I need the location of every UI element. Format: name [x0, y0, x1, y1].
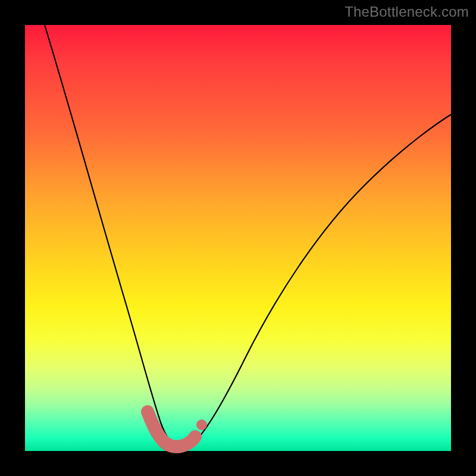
highlight-end-dot	[196, 419, 207, 430]
plot-area	[25, 25, 451, 451]
bottleneck-curve	[43, 19, 453, 447]
chart-frame: TheBottleneck.com	[0, 0, 476, 476]
highlight-segment	[148, 412, 195, 447]
chart-svg	[25, 25, 451, 451]
watermark-text: TheBottleneck.com	[345, 4, 469, 20]
